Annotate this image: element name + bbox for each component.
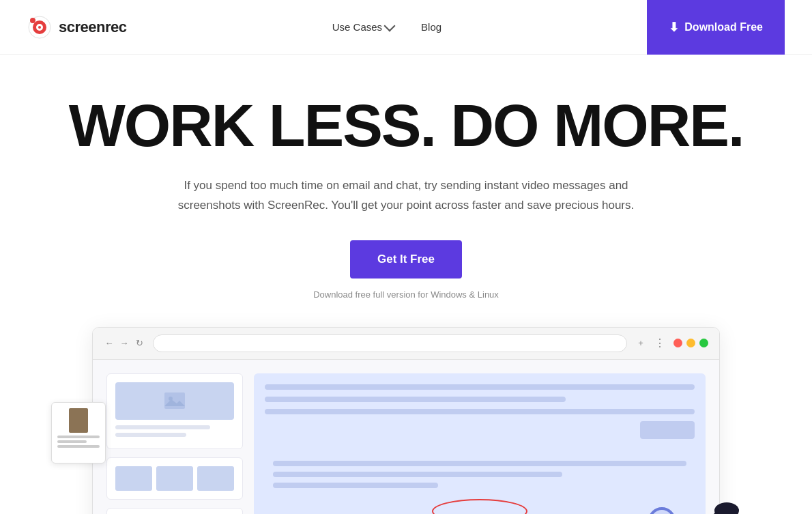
wireframe-card-1: [106, 373, 243, 449]
navbar: screenrec Use Cases Blog ⬇ Download Free: [0, 0, 812, 55]
svg-point-4: [30, 18, 35, 23]
hero-title: WORK LESS. DO MORE.: [69, 96, 744, 156]
use-cases-link[interactable]: Use Cases: [332, 21, 394, 33]
hero-section: WORK LESS. DO MORE. If you spend too muc…: [0, 55, 812, 514]
wireframe-image: [115, 382, 234, 420]
browser-traffic-lights: [673, 339, 708, 347]
address-bar[interactable]: [153, 334, 627, 352]
right-content-panel: [254, 373, 706, 514]
cta-label: Get It Free: [377, 253, 435, 266]
browser-toolbar: ← → ↻ + ⋮: [93, 328, 719, 360]
person-illustration: [693, 481, 761, 514]
hero-subtitle: If you spend too much time on email and …: [174, 176, 638, 216]
get-it-free-button[interactable]: Get It Free: [350, 240, 462, 279]
wireframe-mini-card: [197, 466, 234, 491]
magnifier-area: [693, 481, 761, 514]
character-decoration: [693, 481, 761, 514]
use-cases-label: Use Cases: [332, 21, 382, 33]
card-line: [57, 436, 100, 438]
card-line: [57, 445, 100, 448]
back-button[interactable]: ←: [104, 338, 115, 349]
logo-icon: [27, 15, 52, 40]
left-wireframe-panel: [106, 373, 243, 514]
download-button[interactable]: ⬇ Download Free: [647, 0, 785, 55]
wireframe-mini-card: [115, 466, 152, 491]
browser-mockup-container: ← → ↻ + ⋮: [92, 327, 720, 514]
wireframe-card-2: [106, 457, 243, 500]
content-line: [273, 461, 686, 466]
blog-link[interactable]: Blog: [421, 21, 441, 33]
download-btn-label: Download Free: [684, 21, 763, 33]
download-icon: ⬇: [669, 20, 679, 35]
wireframe-mini-card: [156, 466, 193, 491]
chevron-down-icon: [384, 20, 396, 31]
nav-links: Use Cases Blog: [332, 21, 441, 33]
magnifier-icon: [645, 504, 686, 514]
cta-note: Download free full version for Windows &…: [313, 289, 499, 300]
blog-label: Blog: [421, 21, 441, 33]
wireframe-mini-cards: [115, 466, 234, 491]
dot-yellow: [686, 339, 695, 347]
content-line: [273, 472, 562, 477]
book-icon: [69, 408, 88, 433]
logo: screenrec: [27, 15, 126, 40]
content-line: [265, 409, 695, 414]
wireframe-line: [115, 425, 210, 429]
content-bottom-block: [265, 453, 695, 514]
content-line: [265, 397, 566, 402]
svg-point-3: [38, 26, 41, 29]
wireframe-line: [115, 433, 186, 437]
wireframe-card-3: [106, 508, 243, 514]
refresh-button[interactable]: ↻: [134, 338, 145, 349]
browser-mockup: ← → ↻ + ⋮: [92, 327, 720, 514]
content-block: [640, 421, 695, 439]
svg-point-12: [650, 509, 674, 514]
card-lines: [57, 436, 100, 448]
new-tab-button[interactable]: +: [635, 338, 646, 349]
browser-nav-buttons: ← → ↻: [104, 338, 145, 349]
svg-point-16: [714, 502, 739, 514]
highlight-oval: [432, 499, 527, 514]
content-line: [273, 483, 438, 488]
browser-menu-button[interactable]: ⋮: [654, 337, 665, 349]
forward-button[interactable]: →: [119, 338, 130, 349]
dot-red: [673, 339, 682, 347]
browser-content: [93, 360, 719, 514]
content-line: [265, 384, 695, 390]
card-line: [57, 440, 87, 443]
logo-text: screenrec: [59, 18, 126, 36]
svg-rect-5: [164, 392, 185, 409]
floating-card: [51, 402, 106, 463]
dot-green: [699, 339, 708, 347]
